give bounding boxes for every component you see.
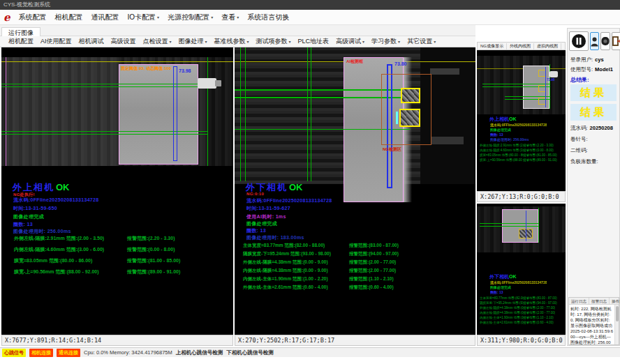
tool-ai-usage-config[interactable]: AI使用配置 [37,36,75,47]
tab-virtual-inner-line[interactable]: 虚拟内线图 [534,43,561,50]
result-badge-2: 结果 [570,104,617,121]
alarm-range-text: 报警范围:(0.00 - 8.00) [523,149,554,152]
tab-run-log[interactable]: 运行日志 [569,298,589,304]
tool-spot-check[interactable]: 点检设置▾ [140,36,175,47]
alarm-range-text: 报警范围:(0.60 - 4.00) [523,321,554,324]
tool-plc-address-table[interactable]: PLC地址表 [295,36,333,47]
menu-comm-config[interactable]: 通讯配置 [87,11,124,24]
machine-background [6,57,119,166]
left-camera-image[interactable]: 固定阈值:93, 动态阈值:100 73.98 外上相机OK NG处执行! 流水… [1,47,233,335]
connector-feature [198,78,216,89]
alarm-range-text: 报警范围:(94.00 - 97.00) [349,251,399,257]
alarm-range-text: 报警范围:(89.00 - 91.00) [127,268,180,275]
camera-result-title: 外下相机OK [489,273,517,280]
measurement-text: 膜宽=83.05mm 范围:(80.00 - 86.00) [480,153,523,157]
result-ok-label: OK [289,182,303,192]
machine-feature [430,68,459,75]
tab-outer-inner-line[interactable]: 外线内线图 [507,43,534,50]
menu-view[interactable]: 查看▾ [217,11,243,24]
mini-tab-strip: NG成像显示 外线内线图 虚拟内线图 [477,42,566,50]
overlay-green-line [240,47,241,181]
tool-baseline-params[interactable]: 基准线参数▾ [211,36,253,47]
alarm-range-text: 报警范围:(81.00 - 85.00) [523,153,557,157]
ng-display-image[interactable]: 73.98 外上相机OK 流水码:0FFline2025020813313472… [477,50,566,191]
toolbar: 相机配置 AI使用配置 相机调试 高级设置 点检设置▾ 图像处理▾ 基准线参数▾… [0,36,475,47]
alarm-range-text: 报警范围:(2.20 - 3.30) [523,144,554,147]
tool-camera-debug[interactable]: 相机调试 [75,36,108,47]
menu-system-config[interactable]: 系统配置 [15,11,51,24]
alarm-range-text: 报警范围:(81.00 - 85.00) [127,257,180,264]
window-title: CYS-视觉检测系统 [3,1,50,8]
menu-label: 相机配置 [55,13,83,22]
log-scrollbar[interactable] [614,305,619,344]
cpu-memory-text: Cpu: 0.0% Memory: 3424.41796875M [84,349,172,356]
tool-learning-params[interactable]: 学习参数▾ [368,36,404,47]
middle-camera-image[interactable]: AI检测框 73.80 NG检测区 外下相机OK NG:0:10 流水码:0FF… [235,47,475,335]
app-logo-icon: e [3,10,10,24]
serial-line: 流水码:0FFline20250208133134728 [246,197,332,204]
tab-operation-log[interactable]: 操作日志 [610,298,620,304]
tab-ng-display[interactable]: NG成像显示 [478,43,507,50]
tool-image-processing[interactable]: 图像处理▾ [175,36,211,47]
time-line: 时间:13-31-59-627 [246,205,290,212]
user-icon [591,36,598,47]
camera-mode-button[interactable] [600,32,610,50]
upper-camera-heartbeat-text: 上相机心跳信号检测 [176,349,223,356]
camera-name: 外下相机 [246,182,288,192]
status-bar: 心跳信号 相机连接 通讯连接 Cpu: 0.0% Memory: 3424.41… [0,347,620,357]
alarm-range-text: 报警范围:(2.00 - 77.00) [349,268,396,274]
defect-box [399,109,420,127]
done-line: 图像处理完成 [490,128,511,132]
tab-alarm-log[interactable]: 报警日志 [589,298,610,304]
pin-row: 卷针号: [570,136,588,143]
tool-advanced-debug[interactable]: 高级调试▾ [332,36,368,47]
tool-advanced-settings[interactable]: 高级设置 [108,36,140,47]
menu-language-switch[interactable]: 系统语言切换 [243,11,293,24]
measurement-text: 膜宽=83.05mm 范围:(80.00 - 86.00) [14,257,92,264]
tool-label: 学习参数 [371,37,397,46]
secondary-display-image[interactable]: 外下相机OK 流水码:0FFline20250208133134728 图像处理… [477,204,566,335]
tool-label: 相机调试 [79,37,104,46]
measurement-text: 内侧左线-隔膜:4.60mm 范围:(3.00 - 6.00) [480,149,523,152]
tool-test-params[interactable]: 测试项参数▾ [253,36,295,47]
ng-roi-label: NG检测区 [383,146,401,153]
menu-io-config[interactable]: IO卡配置▾ [124,11,164,24]
comm-connect-badge: 通讯连接 [57,349,80,357]
done-line: 图像处理完成 [246,220,277,227]
done-line: 图像处理完成 [490,285,511,289]
camera-name: 外上相机 [13,182,54,192]
tool-label: 高级设置 [111,37,136,46]
camera-connect-badge: 相机连接 [29,349,53,357]
elapsed-line: 图像处理用时: 256.00ms [13,228,71,235]
elapsed-line: 图像处理用时: 183.00ms [246,234,304,241]
tool-other-settings[interactable]: 其它设置▾ [404,36,439,47]
serial-line: 流水码:0FFline20250208133134728 [490,280,547,285]
exit-door-icon [612,36,620,46]
alarm-range-text: 报警范围:(94.00 - 97.00) [523,301,557,305]
measurement-text: 外侧左线-主体=2.61mm 范围:(0.60 - 4.00) [480,321,523,324]
left-camera-status: X:7677;Y:891;R:14;G:14;B:14 [1,335,233,346]
pause-icon [570,33,588,50]
chevron-down-icon: ▾ [289,40,291,44]
login-user-row: 登录用户:cys [570,56,604,63]
window-titlebar[interactable]: CYS-视觉检测系统 [0,0,620,10]
log-scrollbar-thumb[interactable] [616,306,619,321]
alarm-range-text: 报警范围:(2.00 - 77.00) [523,311,555,314]
user-login-button[interactable] [590,32,599,50]
measurement-text: 外侧左线-隔膜:2.91mm 范围:(2.00 - 3.50) [480,144,523,147]
log-text: 耗时: 222, 网络检测耗时: 17, 网络分类耗时: 0, 网络模板分区耗时… [570,306,614,351]
done-line: 图像处理完成 [13,213,44,220]
menu-label: 通讯配置 [91,13,119,22]
menu-camera-config[interactable]: 相机配置 [51,11,87,24]
exit-button[interactable] [612,32,620,50]
result-ok-label: OK [509,116,517,121]
pause-button[interactable] [569,31,589,51]
menu-light-config[interactable]: 光源控制配置▾ [163,11,217,24]
tool-camera-config[interactable]: 相机配置 [5,36,37,47]
camera-result-title: 外上相机OK [489,116,517,123]
model-row: 使用型号:Model1 [570,66,613,73]
ng-note: NG:0:10 [246,192,264,196]
camera-icon [601,36,610,46]
middle-camera-status: X:270;Y:2502;R:17;G:17;B:17 [235,335,475,346]
connector-feature [549,71,558,77]
